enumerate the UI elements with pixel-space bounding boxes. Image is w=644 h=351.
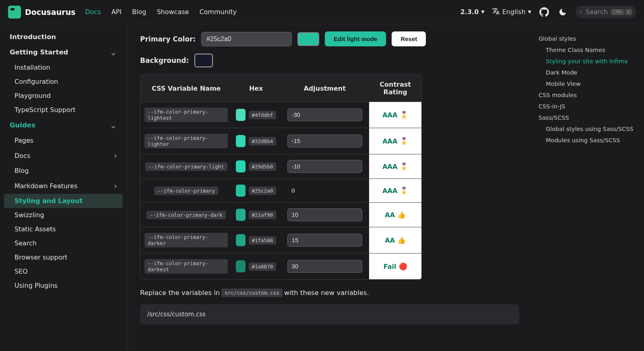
github-icon[interactable] — [539, 6, 550, 18]
top-navbar: Docusaurus DocsAPIBlogShowcaseCommunity … — [0, 0, 644, 24]
css-variable-name: --ifm-color-primary-darker — [144, 233, 228, 247]
toc-item-css-in-js[interactable]: CSS-in-JS — [539, 101, 637, 112]
table-row: --ifm-color-primary-darker#1fa588AA👍 — [140, 227, 421, 253]
nav-link-api[interactable]: API — [111, 8, 122, 16]
primary-color-label: Primary Color: — [140, 35, 196, 43]
hex-value: #25c2a0 — [249, 187, 277, 195]
chevron-down-icon: ⌄ — [110, 120, 117, 130]
sidebar-item-search[interactable]: Search — [4, 236, 123, 250]
nav-link-docs[interactable]: Docs — [85, 8, 101, 16]
nav-link-showcase[interactable]: Showcase — [157, 8, 189, 16]
sidebar-item-docs[interactable]: Docs› — [4, 147, 123, 164]
file-path-code: src/css/custom.css — [221, 289, 282, 297]
hex-value: #4fddbf — [249, 111, 277, 119]
sidebar-item-pages[interactable]: Pages — [4, 133, 123, 147]
color-swatch — [236, 135, 245, 147]
adjustment-input[interactable] — [287, 260, 362, 273]
sidebar-item-seo[interactable]: SEO — [4, 264, 123, 278]
hex-value: #29d5b0 — [249, 162, 277, 171]
svg-line-1 — [582, 12, 582, 13]
background-swatch[interactable] — [194, 54, 213, 67]
sidebar-item-getting-started[interactable]: Getting Started⌄ — [4, 44, 123, 60]
adjustment-input[interactable] — [287, 208, 362, 221]
sidebar-item-styling-and-layout[interactable]: Styling and Layout — [4, 194, 123, 208]
contrast-rating: Fail — [384, 263, 396, 270]
toc-item-global-styles[interactable]: Global styles — [539, 33, 637, 44]
sidebar-item-playground[interactable]: Playground — [4, 89, 123, 103]
search-icon — [580, 9, 582, 15]
code-block-title: /src/css/custom.css — [147, 311, 512, 318]
adjustment-value: 0 — [287, 185, 362, 197]
toc-item-css-modules[interactable]: CSS modules — [539, 89, 637, 101]
sidebar-item-guides[interactable]: Guides⌄ — [4, 117, 123, 133]
table-row: --ifm-color-primary-dark#21af90AA👍 — [140, 202, 421, 227]
chevron-down-icon: ⌄ — [110, 47, 117, 57]
language-dropdown[interactable]: English ▼ — [492, 7, 531, 17]
table-of-contents: Global stylesTheme Class NamesStyling yo… — [531, 24, 644, 351]
chevron-down-icon: ▼ — [481, 9, 484, 15]
nav-link-blog[interactable]: Blog — [132, 8, 146, 16]
adjustment-input[interactable] — [287, 234, 362, 247]
brand-name: Docusaurus — [25, 8, 75, 17]
sidebar-item-using-plugins[interactable]: Using Plugins — [4, 278, 123, 293]
adjustment-input[interactable] — [287, 135, 362, 147]
sidebar-item-static-assets[interactable]: Static Assets — [4, 222, 123, 236]
sidebar-item-typescript-support[interactable]: TypeScript Support — [4, 103, 123, 117]
color-swatch — [236, 209, 245, 221]
left-sidebar: IntroductionGetting Started⌄Installation… — [0, 24, 128, 351]
toc-item-styling-your-site-with-infima[interactable]: Styling your site with Infima — [539, 56, 637, 67]
reset-button[interactable]: Reset — [392, 31, 426, 46]
contrast-rating: AA — [385, 237, 395, 244]
sidebar-item-browser-support[interactable]: Browser support — [4, 250, 123, 264]
sidebar-item-swizzling[interactable]: Swizzling — [4, 208, 123, 222]
toc-item-modules-using-sass-scss[interactable]: Modules using Sass/SCSS — [539, 135, 637, 146]
theme-toggle-icon[interactable] — [557, 6, 568, 18]
edit-light-mode-button[interactable]: Edit light mode — [325, 31, 386, 46]
toc-item-global-styles-using-sass-scss[interactable]: Global styles using Sass/SCSS — [539, 123, 637, 135]
color-swatch — [236, 234, 245, 246]
contrast-rating: AAA — [382, 137, 397, 145]
rating-icon: 🎖️ — [400, 111, 408, 119]
rating-icon: 🎖️ — [400, 137, 408, 145]
css-variable-name: --ifm-color-primary-lighter — [144, 134, 228, 148]
sidebar-item-introduction[interactable]: Introduction — [4, 30, 123, 44]
css-variable-name: --ifm-color-primary-darkest — [144, 259, 228, 274]
sidebar-item-markdown-features[interactable]: Markdown Features› — [4, 178, 123, 194]
version-dropdown[interactable]: 2.3.0 ▼ — [460, 8, 485, 16]
table-row: --ifm-color-primary#25c2a00AAA🎖️ — [140, 179, 421, 202]
contrast-rating: AAA — [382, 187, 397, 195]
adjustment-input[interactable] — [287, 160, 362, 173]
table-row: --ifm-color-primary-lighter#32d8b4AAA🎖️ — [140, 128, 421, 154]
brand-logo[interactable]: Docusaurus — [8, 6, 75, 19]
sidebar-item-blog[interactable]: Blog — [4, 164, 123, 178]
toc-item-sass-scss[interactable]: Sass/SCSS — [539, 112, 637, 123]
adjustment-input[interactable] — [287, 108, 362, 121]
search-input[interactable]: Search CTRL K — [576, 6, 636, 18]
chevron-right-icon: › — [114, 151, 117, 160]
sidebar-item-installation[interactable]: Installation — [4, 60, 123, 75]
sidebar-item-configuration[interactable]: Configuration — [4, 75, 123, 89]
rating-icon: 🎖️ — [400, 162, 408, 170]
toc-item-mobile-view[interactable]: Mobile View — [539, 78, 637, 89]
css-variable-name: --ifm-color-primary-light — [145, 162, 227, 171]
hex-value: #1a8870 — [249, 262, 277, 271]
toc-item-dark-mode[interactable]: Dark Mode — [539, 67, 637, 78]
color-swatch — [236, 109, 245, 121]
replace-instructions: Replace the variables in src/css/custom.… — [140, 289, 519, 297]
rating-icon: 🔴 — [399, 262, 407, 270]
chevron-right-icon: › — [114, 181, 117, 191]
color-swatch — [236, 185, 245, 197]
css-variable-name: --ifm-color-primary — [154, 187, 218, 195]
nav-link-community[interactable]: Community — [199, 8, 237, 16]
table-row: --ifm-color-primary-light#29d5b0AAA🎖️ — [140, 154, 421, 179]
primary-color-input[interactable] — [201, 32, 292, 46]
hex-value: #32d8b4 — [249, 137, 277, 145]
toc-item-theme-class-names[interactable]: Theme Class Names — [539, 44, 637, 56]
css-variable-name: --ifm-color-primary-dark — [147, 211, 226, 219]
table-header: Hex — [232, 75, 280, 102]
table-header: Contrast Rating — [369, 75, 421, 102]
svg-point-0 — [580, 11, 582, 13]
primary-color-swatch[interactable] — [297, 32, 319, 46]
contrast-rating: AAA — [382, 163, 397, 170]
color-variables-table: CSS Variable NameHexAdjustmentContrast R… — [140, 75, 422, 280]
